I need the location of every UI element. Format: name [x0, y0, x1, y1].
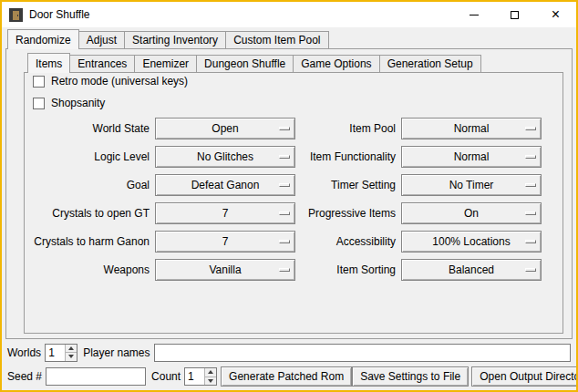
count-spin-down-button[interactable]: [204, 377, 216, 386]
goal-dropdown[interactable]: Defeat Ganon: [155, 174, 295, 196]
tab-dungeon-shuffle[interactable]: Dungeon Shuffle: [196, 55, 294, 73]
item-pool-label: Item Pool: [301, 118, 396, 139]
item-sorting-label: Item Sorting: [301, 259, 396, 281]
shopsanity-label: Shopsanity: [51, 97, 105, 109]
retro-mode-label: Retro mode (universal keys): [51, 75, 188, 88]
player-names-label: Player names: [83, 346, 150, 359]
accessibility-value: 100% Locations: [432, 235, 510, 248]
item-functionality-dropdown[interactable]: Normal: [401, 146, 542, 168]
close-icon: ×: [552, 7, 560, 22]
progressive-items-dropdown[interactable]: On: [401, 202, 542, 224]
tab-custom-item-pool[interactable]: Custom Item Pool: [225, 31, 328, 49]
logic-level-value: No Glitches: [197, 150, 253, 163]
caption-buttons: ×: [453, 2, 576, 27]
app-icon: [9, 8, 23, 22]
progressive-items-label: Progressive Items: [301, 202, 396, 224]
progressive-items-value: On: [464, 207, 479, 220]
menu-indicator-icon: [525, 211, 536, 215]
goal-value: Defeat Ganon: [191, 179, 260, 191]
tab-randomize[interactable]: Randomize: [7, 29, 79, 49]
count-input[interactable]: [185, 368, 204, 385]
menu-indicator-icon: [525, 240, 536, 243]
player-names-input[interactable]: [154, 344, 572, 362]
timer-setting-value: No Timer: [449, 179, 494, 191]
goal-label: Goal: [29, 174, 150, 196]
titlebar[interactable]: Door Shuffle ×: [2, 2, 576, 27]
generate-patched-rom-button[interactable]: Generate Patched Rom: [221, 366, 352, 387]
count-spin-up-button[interactable]: [204, 368, 216, 377]
menu-indicator-icon: [279, 240, 290, 243]
count-spinbox: [184, 367, 217, 386]
world-state-label: World State: [29, 118, 150, 139]
count-label: Count: [151, 370, 181, 383]
worlds-spinbox: [45, 344, 77, 362]
tab-enemizer[interactable]: Enemizer: [134, 55, 197, 73]
tab-generation-setup[interactable]: Generation Setup: [379, 55, 481, 73]
worlds-input[interactable]: [46, 345, 65, 361]
item-sorting-dropdown[interactable]: Balanced: [401, 259, 542, 281]
weapons-label: Weapons: [29, 259, 150, 281]
shopsanity-checkbox[interactable]: [33, 98, 45, 109]
world-state-dropdown[interactable]: Open: [155, 118, 295, 139]
arrow-down-icon: [68, 355, 74, 358]
seed-input[interactable]: [46, 367, 146, 386]
options-grid: World State Open Item Pool Normal Logic …: [29, 118, 542, 281]
menu-indicator-icon: [279, 268, 290, 272]
arrow-up-icon: [68, 346, 74, 350]
arrow-up-icon: [208, 370, 213, 374]
crystals-harm-ganon-dropdown[interactable]: 7: [155, 231, 295, 253]
worlds-row: Worlds Player names: [7, 343, 571, 362]
item-sorting-value: Balanced: [449, 263, 494, 276]
save-settings-to-file-button[interactable]: Save Settings to File: [352, 366, 469, 387]
menu-indicator-icon: [279, 155, 290, 159]
minimize-button[interactable]: [453, 2, 494, 27]
shopsanity-checkbox-row[interactable]: Shopsanity: [33, 97, 105, 109]
seed-label: Seed #: [7, 370, 42, 383]
crystals-harm-ganon-value: 7: [222, 235, 229, 248]
item-pool-dropdown[interactable]: Normal: [401, 118, 542, 139]
item-functionality-label: Item Functionality: [301, 146, 396, 168]
tab-items[interactable]: Items: [27, 53, 70, 73]
menu-indicator-icon: [525, 268, 536, 272]
arrow-down-icon: [208, 379, 213, 383]
count-spin-buttons: [204, 368, 216, 385]
menu-indicator-icon: [279, 211, 290, 215]
maximize-icon: [511, 11, 519, 19]
weapons-value: Vanilla: [209, 263, 241, 276]
retro-mode-checkbox[interactable]: [33, 76, 45, 88]
window: Door Shuffle × Randomize Adjust Starting…: [0, 0, 578, 392]
close-button[interactable]: ×: [535, 2, 576, 27]
worlds-spin-down-button[interactable]: [65, 352, 77, 361]
seed-row: Seed # Count Generate Patched Rom Save S…: [7, 366, 571, 387]
menu-indicator-icon: [279, 127, 290, 130]
item-pool-value: Normal: [454, 122, 490, 135]
minimize-icon: [470, 15, 479, 15]
tab-adjust[interactable]: Adjust: [78, 31, 125, 49]
menu-indicator-icon: [525, 127, 536, 130]
worlds-label: Worlds: [7, 346, 41, 359]
tab-entrances[interactable]: Entrances: [69, 55, 135, 73]
crystals-open-gt-dropdown[interactable]: 7: [155, 202, 295, 224]
inner-tab-bar: Items Entrances Enemizer Dungeon Shuffle…: [27, 53, 481, 73]
worlds-spin-up-button[interactable]: [65, 345, 77, 353]
crystals-open-gt-value: 7: [222, 207, 229, 220]
weapons-dropdown[interactable]: Vanilla: [155, 259, 295, 281]
accessibility-dropdown[interactable]: 100% Locations: [401, 231, 542, 253]
outer-tab-bar: Randomize Adjust Starting Inventory Cust…: [7, 29, 329, 49]
menu-indicator-icon: [279, 183, 290, 187]
logic-level-label: Logic Level: [29, 146, 150, 168]
timer-setting-dropdown[interactable]: No Timer: [401, 174, 542, 196]
tab-game-options[interactable]: Game Options: [293, 55, 379, 73]
retro-mode-checkbox-row[interactable]: Retro mode (universal keys): [33, 75, 188, 88]
timer-setting-label: Timer Setting: [301, 174, 396, 196]
maximize-button[interactable]: [494, 2, 535, 27]
window-title: Door Shuffle: [29, 8, 90, 21]
world-state-value: Open: [212, 122, 238, 135]
open-output-directory-button[interactable]: Open Output Directory: [471, 366, 578, 387]
logic-level-dropdown[interactable]: No Glitches: [155, 146, 295, 168]
menu-indicator-icon: [525, 183, 536, 187]
worlds-spin-buttons: [65, 345, 77, 361]
crystals-harm-ganon-label: Crystals to harm Ganon: [29, 231, 150, 253]
item-functionality-value: Normal: [454, 150, 490, 163]
tab-starting-inventory[interactable]: Starting Inventory: [124, 31, 226, 49]
